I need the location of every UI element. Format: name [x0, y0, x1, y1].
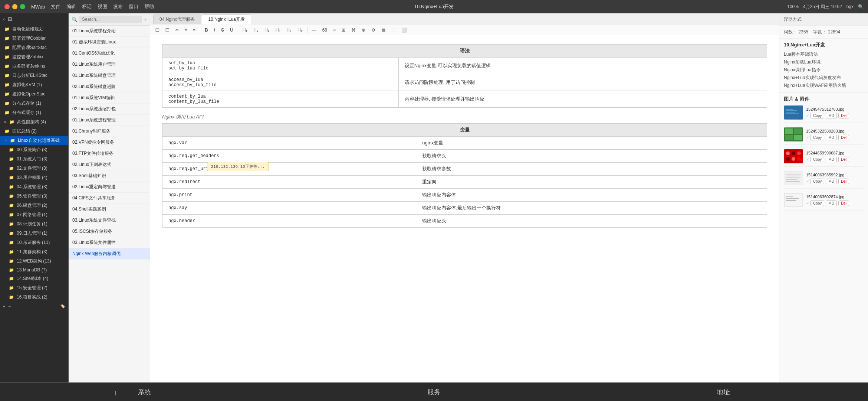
sidebar-item-05[interactable]: 📁 05.软件管理 (3): [0, 192, 68, 201]
bottom-item-address[interactable]: 地址: [702, 388, 745, 397]
sidebar-item-08[interactable]: 📁 08.计划任务 (1): [0, 219, 68, 229]
file-list-item[interactable]: 05.ISCSI块存储服务: [69, 226, 150, 237]
file-list-item[interactable]: 01.Linux系统课程介绍: [69, 26, 150, 37]
copy-button[interactable]: Copy: [811, 113, 824, 118]
menu-mark[interactable]: 标记: [82, 3, 92, 10]
del-button[interactable]: Del: [838, 179, 849, 184]
sidebar-item-09[interactable]: 📁 09.日志管理 (1): [0, 229, 68, 238]
sidebar-item-linux-base[interactable]: 📁 Linux自动化运维基础: [0, 136, 68, 145]
tab-nginx-lua[interactable]: 10.Nginx+Lua开发: [202, 14, 251, 25]
bottom-item-service[interactable]: 服务: [412, 388, 456, 397]
close-button[interactable]: [4, 4, 10, 9]
toolbar-btn-image[interactable]: ⊕: [359, 27, 368, 33]
sidebar-item-dist-cache[interactable]: 📁 分布式缓存 (1): [0, 108, 68, 117]
editor-content[interactable]: 语法 set_by_luaset_by_lua_file 设置Nginx变量,可…: [150, 35, 779, 382]
sidebar-item-jenkins[interactable]: 📁 业务部署Jenkins: [0, 62, 68, 71]
file-list-item[interactable]: 01.虚拟环境安装Linux: [69, 37, 150, 48]
sidebar-item-16[interactable]: 📁 16.项目实战 (2): [0, 293, 68, 302]
file-list-item[interactable]: 01.Linux系统用户管理: [69, 59, 150, 70]
file-list-item[interactable]: 02.Linux重定向与管道: [69, 182, 150, 193]
search-icon[interactable]: 🔍: [858, 4, 864, 9]
md-button[interactable]: MD: [826, 135, 837, 140]
sidebar-item-openstack[interactable]: 📁 虚拟化OpenStac: [0, 89, 68, 99]
menu-window[interactable]: 窗口: [129, 3, 138, 10]
file-list-item[interactable]: 01.Linux系统进程管理: [69, 115, 150, 126]
file-list-item[interactable]: 03.FTP文件传输服务: [69, 148, 150, 159]
sidebar-bottom-icon[interactable]: 🏷️: [60, 304, 65, 309]
file-list-item[interactable]: 03.Shell基础知识: [69, 170, 150, 182]
back-arrow[interactable]: ‹: [3, 16, 5, 22]
sidebar-item-03[interactable]: 📁 03.用户权限 (4): [0, 173, 68, 182]
toolbar-btn-link2[interactable]: ⌘: [349, 27, 358, 33]
toolbar-btn-bold[interactable]: B: [203, 27, 210, 33]
toolbar-btn-underline[interactable]: U: [228, 27, 236, 33]
sidebar-item-01[interactable]: 📁 01.系统入门 (3): [0, 154, 68, 164]
grid-icon[interactable]: ⊞: [8, 16, 12, 22]
toolbar-btn-h2[interactable]: H₂: [251, 27, 261, 33]
toolbar-btn-fullscreen[interactable]: ⬜: [399, 27, 409, 33]
toolbar-btn-format1[interactable]: ❏: [153, 27, 162, 33]
toolbar-btn-split[interactable]: ⬚: [389, 27, 398, 33]
toolbar-btn-h6[interactable]: H₆: [295, 27, 305, 33]
sidebar-item-00[interactable]: 📁 00.系统简介 (3): [0, 145, 68, 154]
menu-publish[interactable]: 发布: [113, 3, 123, 10]
tab-nginx-proxy[interactable]: 04.Nginx代理服务: [153, 14, 201, 24]
copy-button[interactable]: Copy: [811, 135, 824, 140]
toolbar-btn-quote-left[interactable]: «: [183, 27, 190, 33]
outline-item-lua[interactable]: Lua脚本基础语法: [784, 50, 864, 58]
copy-button[interactable]: Copy: [811, 200, 824, 206]
toolbar-btn-table[interactable]: ⊞: [339, 27, 348, 33]
file-list-item[interactable]: 03.Linux系统文件属性: [69, 237, 150, 248]
sidebar-item-02[interactable]: 📁 02.文件管理 (3): [0, 164, 68, 173]
file-list-item[interactable]: 01.Chrony时间服务: [69, 126, 150, 137]
file-list-item[interactable]: 02.Linux正则表达式: [69, 159, 150, 170]
menu-edit[interactable]: 编辑: [66, 3, 76, 10]
md-button[interactable]: MD: [826, 113, 837, 118]
toolbar-btn-h3[interactable]: H₃: [262, 27, 272, 33]
search-input[interactable]: [79, 16, 142, 23]
toolbar-btn-quote-right[interactable]: »: [191, 27, 198, 33]
floating-mode-toggle[interactable]: 浮动方式: [784, 16, 802, 23]
remove-item-button[interactable]: −: [8, 304, 10, 309]
file-list-item[interactable]: 02.VPN虚拟专网服务: [69, 137, 150, 148]
md-button[interactable]: MD: [826, 179, 837, 184]
sidebar-item-12[interactable]: 📁 12.WEB架构 (13): [0, 257, 68, 266]
toolbar-btn-h4[interactable]: H₄: [273, 27, 283, 33]
file-list-item[interactable]: 02.Linux系统压缩打包: [69, 104, 150, 115]
copy-button[interactable]: Copy: [811, 179, 824, 184]
toolbar-btn-italic[interactable]: I: [212, 27, 217, 33]
toolbar-btn-preview[interactable]: ▤: [379, 27, 388, 33]
sidebar-item-saltstack[interactable]: 📁 配置管理SaltStac: [0, 43, 68, 52]
file-list-item[interactable]: 01.CentOS6系统优化: [69, 48, 150, 59]
menu-view[interactable]: 视图: [98, 3, 107, 10]
copy-button[interactable]: Copy: [811, 157, 824, 162]
sidebar-item-zidonghua[interactable]: 📁 自动化运维规划: [0, 25, 68, 34]
sidebar-item-elk[interactable]: 📁 日志分析ELKStac: [0, 71, 68, 80]
toolbar-btn-list[interactable]: ≡: [331, 27, 338, 33]
toolbar-btn-blockquote[interactable]: 66: [320, 27, 329, 33]
sidebar-item-cobbler[interactable]: 📁 部署管理Cobbler: [0, 34, 68, 43]
file-list-item[interactable]: 02.Linux系统磁盘进阶: [69, 81, 150, 92]
del-button[interactable]: Del: [838, 135, 849, 140]
outline-item-nginx-lua-cmd[interactable]: Nginx调用Lua指令: [784, 66, 864, 74]
menu-help[interactable]: 帮助: [144, 3, 154, 10]
add-note-button[interactable]: +: [144, 16, 147, 23]
add-item-button[interactable]: +: [3, 304, 5, 309]
sidebar-item-dist-storage[interactable]: 📁 分布式存储 (1): [0, 99, 68, 108]
file-list-item[interactable]: 01.Linux系统VIM编辑: [69, 92, 150, 104]
file-list-item[interactable]: 04 CIFS文件共享服务: [69, 193, 150, 204]
sidebar-item-10[interactable]: 📁 10.考证服务 (11): [0, 238, 68, 247]
bottom-item-system[interactable]: 系统: [123, 388, 166, 397]
sidebar-item-06[interactable]: 📁 06.磁盘管理 (2): [0, 201, 68, 210]
sidebar-item-15[interactable]: 📁 15.安全管理 (2): [0, 283, 68, 293]
maximize-button[interactable]: [20, 4, 25, 9]
sidebar-item-04[interactable]: 📁 04.系统管理 (3): [0, 182, 68, 192]
outline-item-nginx-lua-waf[interactable]: Nginx+Lua实现WAF应用防火墙: [784, 82, 864, 89]
toolbar-btn-code[interactable]: ⚙: [369, 27, 378, 33]
toolbar-btn-h5[interactable]: H₅: [284, 27, 294, 33]
file-list-item[interactable]: 01.Linux系统磁盘管理: [69, 70, 150, 81]
sidebar-item-13[interactable]: 📁 13.MariaDB (7): [0, 266, 68, 274]
toolbar-btn-format2[interactable]: ❐: [163, 27, 172, 33]
sidebar-item-zabbix[interactable]: 📁 监控管理Zabbix: [0, 52, 68, 62]
outline-item-nginx-lua-gray[interactable]: Nginx+Lua实现代码灰度发布: [784, 74, 864, 82]
